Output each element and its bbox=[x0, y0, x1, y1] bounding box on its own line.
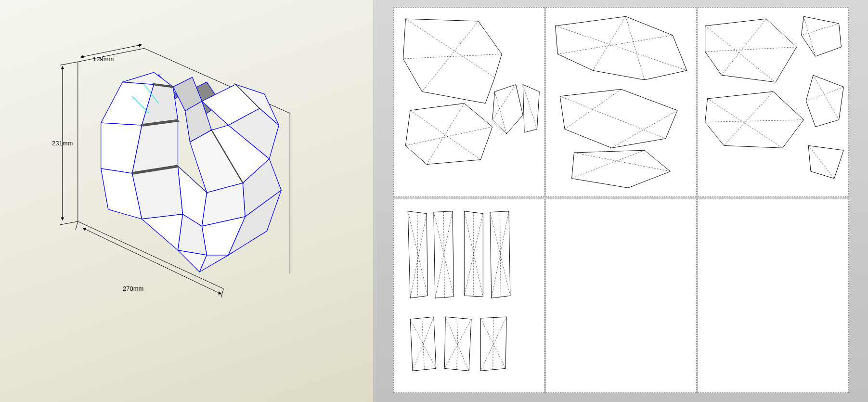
dim-height-label: 231mm bbox=[52, 140, 73, 147]
viewport-2d[interactable] bbox=[374, 0, 868, 402]
unfold-page-5[interactable] bbox=[545, 199, 697, 393]
unfold-page-1[interactable] bbox=[393, 7, 544, 197]
viewport-3d-svg bbox=[0, 0, 374, 402]
viewport-3d[interactable]: 231mm 129mm 270mm bbox=[0, 0, 374, 402]
unfold-page-6[interactable] bbox=[698, 199, 849, 393]
model-mesh[interactable] bbox=[101, 72, 282, 272]
dim-width-label: 270mm bbox=[123, 285, 143, 292]
unfold-page-4[interactable] bbox=[393, 199, 544, 393]
dim-depth-label: 129mm bbox=[93, 55, 114, 63]
unfold-page-3[interactable] bbox=[698, 7, 849, 197]
svg-marker-19 bbox=[142, 214, 183, 250]
unfold-pages bbox=[393, 7, 849, 395]
unfold-page-2[interactable] bbox=[545, 7, 697, 197]
